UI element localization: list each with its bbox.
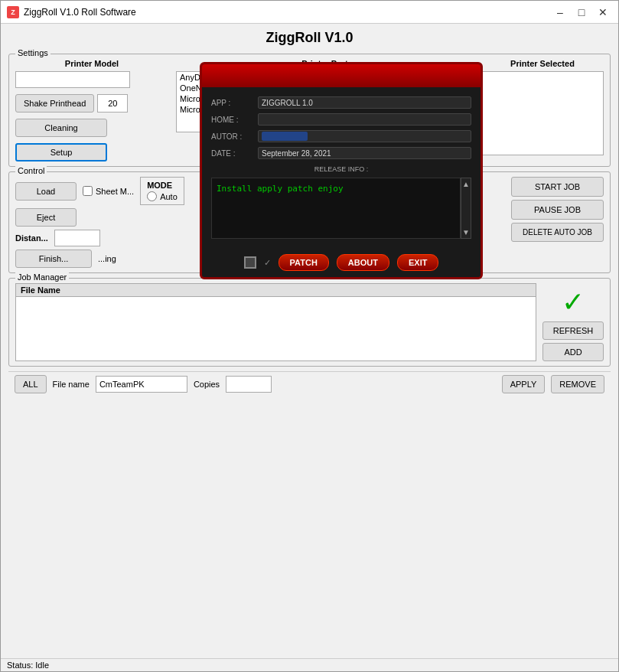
copies-label: Copies bbox=[194, 380, 220, 389]
load-button[interactable]: Load bbox=[15, 182, 77, 201]
shake-printhead-button[interactable]: Shake Printhead bbox=[15, 94, 94, 113]
maximize-button[interactable]: □ bbox=[572, 5, 591, 19]
overlay-dialog: APP : ZIGGROLL 1.0 HOME : AUTOR : bbox=[200, 62, 483, 279]
app-info-row: APP : ZIGGROLL 1.0 bbox=[211, 96, 471, 109]
date-value-bar: September 28, 2021 bbox=[258, 147, 471, 159]
settings-label: Settings bbox=[15, 48, 50, 57]
title-bar-left: Z ZiggRoll V1.0 Roll Software bbox=[7, 6, 136, 18]
checkmark-label: ✓ bbox=[264, 258, 271, 268]
autor-info-row: AUTOR : bbox=[211, 130, 471, 142]
add-job-button[interactable]: ADD bbox=[542, 343, 604, 361]
minimize-button[interactable]: – bbox=[551, 5, 569, 19]
printer-btns: Shake Printhead 20 bbox=[15, 94, 168, 113]
status-label: Status: bbox=[7, 661, 33, 670]
file-name-input[interactable] bbox=[96, 376, 187, 393]
distance-input[interactable] bbox=[54, 230, 100, 246]
autor-value-bar bbox=[258, 130, 471, 142]
printer-model-select[interactable] bbox=[15, 71, 130, 88]
setup-button[interactable]: Setup bbox=[15, 143, 107, 161]
printer-selected-label: Printer Selected bbox=[481, 59, 604, 68]
app-value-bar: ZIGGROLL 1.0 bbox=[258, 96, 471, 109]
printer-selected-section: Printer Selected bbox=[481, 59, 604, 155]
autor-value bbox=[262, 132, 308, 141]
printer-model-combo-wrapper bbox=[15, 71, 130, 88]
main-content: ZiggRoll V1.0 Settings Printer Model Sha… bbox=[1, 24, 618, 658]
app-value: ZIGGROLL 1.0 bbox=[262, 99, 313, 107]
job-manager-group: Job Manager File Name ✓ REFRESH ADD bbox=[8, 278, 611, 367]
distance-label: Distan... bbox=[15, 233, 48, 243]
app-icon: Z bbox=[7, 6, 19, 18]
apply-button[interactable]: APPLY bbox=[502, 375, 546, 393]
notes-area: Install apply patch enjoy ▲ ▼ bbox=[211, 178, 471, 239]
date-label: DATE : bbox=[211, 149, 253, 158]
checkmark-icon: ✓ bbox=[562, 286, 585, 318]
mode-label: MODE bbox=[147, 181, 178, 190]
status-bar: Status: Idle bbox=[1, 658, 618, 671]
home-label: HOME : bbox=[211, 116, 253, 124]
overlay-header bbox=[202, 64, 481, 87]
scroll-up-btn[interactable]: ▲ bbox=[462, 180, 470, 188]
title-bar-controls: – □ ✕ bbox=[551, 5, 612, 19]
close-button[interactable]: ✕ bbox=[594, 5, 612, 19]
overlay-body: APP : ZIGGROLL 1.0 HOME : AUTOR : bbox=[202, 87, 481, 248]
overlay-footer: ✓ PATCH ABOUT EXIT bbox=[202, 248, 481, 277]
exit-button[interactable]: EXIT bbox=[397, 254, 438, 271]
patch-button[interactable]: PATCH bbox=[279, 254, 329, 271]
job-manager-label: Job Manager bbox=[15, 272, 69, 282]
refresh-add-col: ✓ REFRESH ADD bbox=[542, 283, 604, 361]
date-info-row: DATE : September 28, 2021 bbox=[211, 147, 471, 159]
notes-box: Install apply patch enjoy bbox=[211, 178, 461, 239]
copies-input[interactable] bbox=[226, 376, 272, 393]
file-name-label: File name bbox=[53, 380, 90, 389]
shake-value-input[interactable]: 20 bbox=[97, 94, 128, 113]
refresh-button[interactable]: REFRESH bbox=[542, 321, 604, 340]
scroll-down-btn[interactable]: ▼ bbox=[462, 228, 470, 237]
main-window: Z ZiggRoll V1.0 Roll Software – □ ✕ Zigg… bbox=[0, 0, 619, 672]
printer-model-label: Printer Model bbox=[15, 59, 168, 68]
pause-job-button[interactable]: PAUSE JOB bbox=[511, 200, 604, 220]
all-button[interactable]: ALL bbox=[15, 375, 47, 393]
auto-radio-row: Auto bbox=[147, 191, 178, 201]
delete-auto-job-button[interactable]: DELETE AUTO JOB bbox=[511, 223, 604, 242]
remove-job-button[interactable]: REMOVE bbox=[551, 375, 604, 393]
sheet-mode-label: Sheet M... bbox=[83, 186, 134, 196]
app-label: APP : bbox=[211, 99, 253, 107]
status-value: Idle bbox=[35, 661, 49, 670]
file-name-column-header: File Name bbox=[16, 284, 536, 297]
autor-label: AUTOR : bbox=[211, 132, 253, 141]
home-value-bar bbox=[258, 113, 471, 126]
control-label: Control bbox=[15, 166, 47, 175]
date-value: September 28, 2021 bbox=[262, 149, 331, 158]
eject-button[interactable]: Eject bbox=[15, 208, 77, 227]
sheet-mode-checkbox[interactable] bbox=[83, 186, 93, 196]
bottom-bar: ALL File name Copies APPLY REMOVE bbox=[8, 371, 611, 396]
title-bar-title: ZiggRoll V1.0 Roll Software bbox=[24, 7, 136, 18]
auto-radio[interactable] bbox=[147, 191, 157, 201]
ing-label: ...ing bbox=[98, 254, 116, 263]
printer-selected-list[interactable] bbox=[481, 71, 604, 155]
patch-checkbox[interactable] bbox=[244, 256, 256, 269]
finish-button[interactable]: Finish... bbox=[15, 250, 92, 268]
start-job-button[interactable]: START JOB bbox=[511, 177, 604, 197]
app-title: ZiggRoll V1.0 bbox=[8, 30, 611, 46]
mode-section: MODE Auto bbox=[140, 177, 184, 205]
home-info-row: HOME : bbox=[211, 113, 471, 126]
printer-model-section: Printer Model Shake Printhead 20 Cleanin… bbox=[15, 59, 168, 161]
job-manager-row: File Name ✓ REFRESH ADD bbox=[15, 283, 604, 361]
cleaning-button[interactable]: Cleaning bbox=[15, 119, 107, 137]
control-right: START JOB PAUSE JOB DELETE AUTO JOB bbox=[511, 177, 604, 242]
title-bar: Z ZiggRoll V1.0 Roll Software – □ ✕ bbox=[1, 1, 618, 24]
release-info-label: RELEASE INFO : bbox=[211, 165, 471, 173]
about-button[interactable]: ABOUT bbox=[337, 254, 389, 271]
file-table: File Name bbox=[15, 283, 536, 361]
